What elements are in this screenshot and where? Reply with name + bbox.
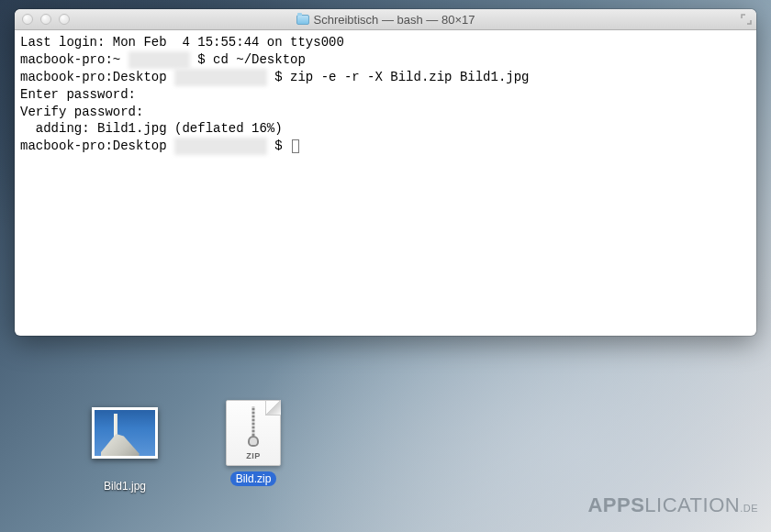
redacted-user: xxxxxxxxxxxx xyxy=(174,69,267,86)
terminal-line: macbook-pro:Desktop xxxxxxxxxxxx $ xyxy=(20,139,299,153)
zip-file-icon: ZIP xyxy=(220,400,286,466)
zip-badge: ZIP xyxy=(246,451,261,460)
icon-label: Bild.zip xyxy=(230,471,277,486)
window-titlebar[interactable]: Schreibtisch — bash — 80×17 xyxy=(15,9,756,30)
terminal-output[interactable]: Last login: Mon Feb 4 15:55:44 on ttys00… xyxy=(15,30,756,159)
terminal-line: Enter password: xyxy=(20,87,143,102)
icon-label: Bild1.jpg xyxy=(98,479,151,493)
minimize-button[interactable] xyxy=(40,14,51,25)
close-button[interactable] xyxy=(22,14,33,25)
zoom-button[interactable] xyxy=(59,14,70,25)
redacted-user: xxxxxxxxxxxx xyxy=(174,138,267,155)
window-title-text: Schreibtisch — bash — 80×17 xyxy=(314,13,475,27)
terminal-line: Last login: Mon Feb 4 15:55:44 on ttys00… xyxy=(20,35,344,50)
terminal-line: macbook-pro:Desktop xxxxxxxxxxxx $ zip -… xyxy=(20,70,530,84)
watermark: APPSLICATION.DE xyxy=(587,493,758,517)
jpg-thumbnail-icon xyxy=(92,407,158,473)
redacted-user: xxxxxxxx xyxy=(128,51,190,69)
desktop-icon-bild-zip[interactable]: ZIP Bild.zip xyxy=(207,400,299,486)
terminal-line: adding: Bild1.jpg (deflated 16%) xyxy=(20,121,283,136)
terminal-line: macbook-pro:~ xxxxxxxx $ cd ~/Desktop xyxy=(20,52,306,67)
terminal-line: Verify password: xyxy=(20,105,151,119)
traffic-lights xyxy=(22,14,70,25)
desktop-icon-bild1-jpg[interactable]: Bild1.jpg xyxy=(79,400,171,493)
cursor-icon xyxy=(292,139,299,153)
folder-icon xyxy=(296,15,309,25)
terminal-window: Schreibtisch — bash — 80×17 Last login: … xyxy=(15,9,756,336)
window-title: Schreibtisch — bash — 80×17 xyxy=(15,13,756,27)
fullscreen-icon[interactable] xyxy=(741,14,752,25)
